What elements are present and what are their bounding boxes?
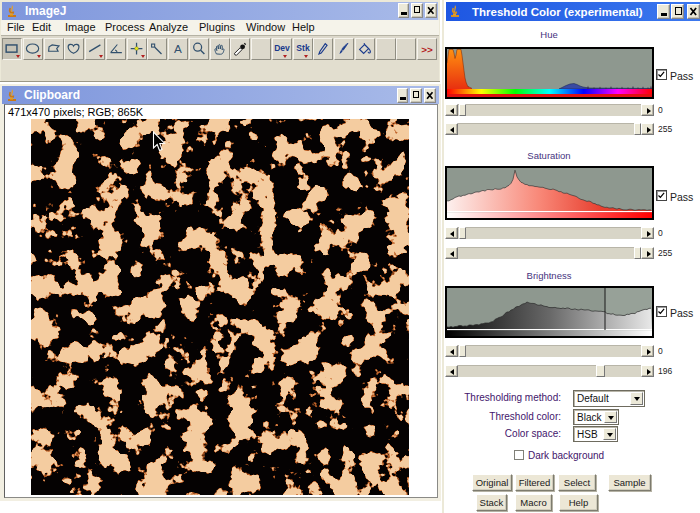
svg-text:Stk: Stk bbox=[296, 43, 310, 53]
svg-text:>>: >> bbox=[421, 44, 433, 55]
svg-text:Dev: Dev bbox=[274, 43, 290, 53]
svg-text:A: A bbox=[174, 42, 182, 55]
